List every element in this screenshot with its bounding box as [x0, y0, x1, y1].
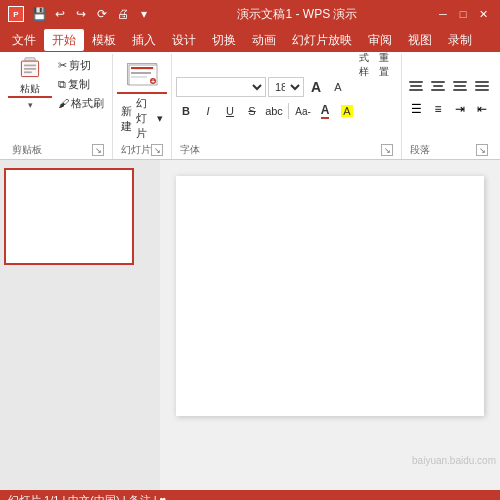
save-btn[interactable]: 💾 [30, 5, 48, 23]
font-name-size-row: 18 A A [176, 77, 348, 97]
maximize-btn[interactable]: □ [454, 6, 472, 22]
align-row2: ☰ ≡ ⇥ ⇤ [406, 99, 492, 119]
para-expand-btn[interactable]: ↘ [476, 144, 488, 156]
new-slide-label2: 幻灯片 [136, 96, 156, 141]
clipboard-group-label-row: 剪贴板 ↘ [8, 143, 108, 159]
align-row1 [406, 76, 492, 96]
paragraph-group-label-row: 段落 ↘ [406, 143, 492, 159]
menu-slideshow[interactable]: 幻灯片放映 [284, 29, 360, 51]
ribbon: 粘贴 ▾ ✂ 剪切 ⧉ 复制 🖌 格式刷 [0, 52, 500, 160]
slide-thumb-box [4, 168, 134, 265]
ribbon-content: 粘贴 ▾ ✂ 剪切 ⧉ 复制 🖌 格式刷 [0, 52, 500, 160]
font-increase-btn[interactable]: A [306, 77, 326, 97]
font-highlight-btn[interactable]: A [337, 101, 357, 121]
cut-button[interactable]: ✂ 剪切 [54, 56, 108, 74]
new-slide-label-row[interactable]: 新建 幻灯片 ▾ [117, 94, 167, 143]
menu-design[interactable]: 设计 [164, 29, 204, 51]
underline-button[interactable]: U [220, 101, 240, 121]
svg-rect-7 [24, 71, 32, 73]
menu-animation[interactable]: 动画 [244, 29, 284, 51]
new-slide-area: + 新建 幻灯片 ▾ [117, 56, 167, 143]
slide-thumbnail-1[interactable]: 1 [4, 168, 156, 265]
indent-increase-btn[interactable]: ⇥ [450, 99, 470, 119]
font-group-label: 字体 [180, 143, 200, 157]
clipboard-group-content: 粘贴 ▾ ✂ 剪切 ⧉ 复制 🖌 格式刷 [8, 56, 108, 143]
font-aa-btn[interactable]: Aa- [293, 101, 313, 121]
smallcaps-button[interactable]: abc [264, 101, 284, 121]
paste-area: 粘贴 ▾ [8, 56, 52, 112]
slide-group-label: 幻灯片 [121, 143, 151, 157]
clipboard-expand-btn[interactable]: ↘ [92, 144, 104, 156]
font-decrease-btn[interactable]: A [328, 77, 348, 97]
clipboard-small-buttons: ✂ 剪切 ⧉ 复制 🖌 格式刷 [54, 56, 108, 112]
paragraph-group-content: ☰ ≡ ⇥ ⇤ [406, 56, 492, 143]
font-name-select[interactable] [176, 77, 266, 97]
bold-button[interactable]: B [176, 101, 196, 121]
clipboard-group-label: 剪贴板 [12, 143, 42, 157]
close-btn[interactable]: ✕ [474, 6, 492, 22]
redo-btn[interactable]: ↪ [72, 5, 90, 23]
align-left-btn[interactable] [406, 76, 426, 96]
format-painter-button[interactable]: 🖌 格式刷 [54, 94, 108, 112]
menu-template[interactable]: 模板 [84, 29, 124, 51]
align-right-btn[interactable] [450, 76, 470, 96]
italic-button[interactable]: I [198, 101, 218, 121]
paintbrush-icon: 🖌 [58, 97, 69, 109]
style-button[interactable]: 式样 [359, 56, 377, 74]
more-btn[interactable]: ▾ [135, 5, 153, 23]
main-slide[interactable] [176, 176, 484, 416]
status-text: 幻灯片 1/1 | 中文(中国) | 备注 | ♥ [8, 493, 166, 501]
bullet-btn[interactable]: ☰ [406, 99, 426, 119]
menu-review[interactable]: 审阅 [360, 29, 400, 51]
font-expand-btn[interactable]: ↘ [381, 144, 393, 156]
window-title: 演示文稿1 - WPS 演示 [161, 6, 434, 23]
window-controls: ─ □ ✕ [434, 6, 492, 22]
copy-icon: ⧉ [58, 78, 66, 91]
align-justify-btn[interactable] [472, 76, 492, 96]
font-size-select[interactable]: 18 [268, 77, 304, 97]
font-group: 式样 重置 18 A A B I [172, 54, 402, 159]
undo-btn[interactable]: ↩ [51, 5, 69, 23]
align-center-btn[interactable] [428, 76, 448, 96]
new-slide-label: 新建 [121, 104, 135, 134]
minimize-btn[interactable]: ─ [434, 6, 452, 22]
svg-rect-10 [131, 72, 151, 74]
copy-button[interactable]: ⧉ 复制 [54, 75, 108, 93]
svg-text:+: + [151, 78, 155, 85]
title-bar: P 💾 ↩ ↪ ⟳ 🖨 ▾ 演示文稿1 - WPS 演示 ─ □ ✕ [0, 0, 500, 28]
paste-dropdown[interactable]: ▾ [8, 98, 52, 112]
number-list-btn[interactable]: ≡ [428, 99, 448, 119]
slide-group-label-row: 幻灯片 ↘ [117, 143, 167, 159]
refresh-btn[interactable]: ⟳ [93, 5, 111, 23]
font-format-row: 式样 重置 [359, 56, 397, 74]
svg-rect-5 [24, 65, 36, 67]
slide-group: + 新建 幻灯片 ▾ 幻灯片 ↘ [113, 54, 172, 159]
new-slide-dropdown-icon: ▾ [157, 112, 163, 125]
main-slide-area[interactable] [160, 160, 500, 490]
menu-insert[interactable]: 插入 [124, 29, 164, 51]
font-group-label-row: 字体 ↘ [176, 143, 397, 159]
paste-button[interactable]: 粘贴 [8, 56, 52, 98]
print-btn[interactable]: 🖨 [114, 5, 132, 23]
new-slide-icon: + [127, 63, 157, 85]
menu-record[interactable]: 录制 [440, 29, 480, 51]
reset-button[interactable]: 重置 [379, 56, 397, 74]
svg-text:P: P [13, 10, 19, 19]
scissors-icon: ✂ [58, 59, 67, 72]
content-area: 1 baiyuan.baidu.com [0, 160, 500, 490]
menu-home[interactable]: 开始 [44, 29, 84, 51]
font-group-content: 式样 重置 18 A A B I [176, 56, 397, 143]
menu-view[interactable]: 视图 [400, 29, 440, 51]
font-color-icon: A [321, 103, 330, 119]
new-slide-button[interactable]: + [117, 56, 167, 94]
menu-transition[interactable]: 切换 [204, 29, 244, 51]
strikethrough-button[interactable]: S [242, 101, 262, 121]
indent-decrease-btn[interactable]: ⇤ [472, 99, 492, 119]
strikethrough-icon: S [248, 105, 255, 117]
status-bar: 幻灯片 1/1 | 中文(中国) | 备注 | ♥ [0, 490, 500, 500]
font-color-btn[interactable]: A [315, 101, 335, 121]
menu-file[interactable]: 文件 [4, 29, 44, 51]
highlight-icon: A [341, 105, 352, 117]
slide-expand-btn[interactable]: ↘ [151, 144, 163, 156]
quick-access-toolbar: 💾 ↩ ↪ ⟳ 🖨 ▾ [30, 5, 153, 23]
